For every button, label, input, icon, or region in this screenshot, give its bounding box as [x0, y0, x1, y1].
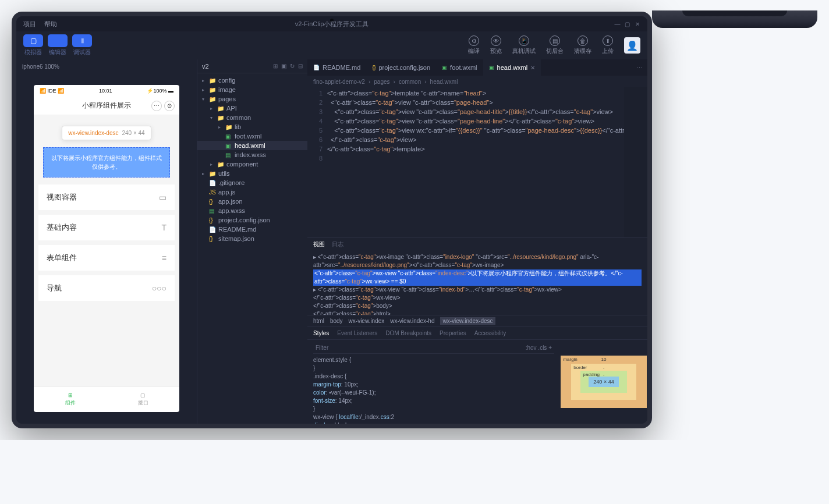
tree-item[interactable]: ▾📁common: [197, 113, 307, 122]
editor-tabs: 📄README.md{}project.config.json▣foot.wxm…: [307, 59, 647, 76]
breadcrumb-segment[interactable]: head.wxml: [430, 79, 458, 85]
devtools-subtab[interactable]: Event Listeners: [337, 330, 377, 336]
action-label: 真机调试: [512, 47, 536, 55]
toolbar-action[interactable]: ⚙编译: [468, 36, 480, 55]
element-crumb[interactable]: wx-view.index-desc: [440, 317, 495, 325]
style-rule-line[interactable]: }: [313, 405, 554, 413]
toolbar-action[interactable]: 👁预览: [490, 36, 502, 55]
devtools-tab[interactable]: 视图: [313, 240, 325, 249]
minimize-icon[interactable]: —: [614, 21, 621, 27]
editor-tab[interactable]: 📄README.md: [307, 59, 366, 76]
avatar[interactable]: 👤: [624, 37, 640, 54]
tree-item[interactable]: 📄.gitignore: [197, 178, 307, 187]
collapse-icon[interactable]: ⊟: [298, 63, 303, 69]
tree-item[interactable]: ▣head.wxml: [197, 141, 307, 150]
style-rule-line[interactable]: element.style {: [313, 356, 554, 364]
element-crumb[interactable]: html: [313, 318, 324, 324]
tree-item[interactable]: ▸📁API: [197, 104, 307, 113]
style-rule-line[interactable]: }: [313, 364, 554, 372]
new-file-icon[interactable]: ⊞: [273, 63, 278, 69]
editor-tab[interactable]: ▣foot.wxml: [436, 59, 483, 76]
element-crumb[interactable]: body: [330, 318, 343, 324]
list-item[interactable]: 导航○○○: [38, 275, 175, 301]
tree-item[interactable]: ▤app.wxss: [197, 206, 307, 215]
style-rule-line[interactable]: color: ▪var(--weui-FG-1);: [313, 389, 554, 397]
breadcrumb-segment[interactable]: common: [399, 79, 421, 85]
tree-item[interactable]: 📄README.md: [197, 225, 307, 234]
element-node[interactable]: ▸ <"c-attr">class="c-tag">wx-view "c-att…: [313, 286, 642, 294]
refresh-icon[interactable]: ↻: [290, 63, 295, 69]
close-icon[interactable]: ✕: [634, 21, 640, 27]
tree-item[interactable]: JSapp.js: [197, 187, 307, 197]
file-type-icon: 📁: [209, 96, 216, 102]
toolbar-mode-button[interactable]: 编辑器: [48, 34, 68, 56]
style-rule-line[interactable]: .index-desc {: [313, 372, 554, 381]
tree-item[interactable]: ▸📁component: [197, 159, 307, 169]
minimap[interactable]: [624, 87, 647, 237]
list-item-icon: ▭: [159, 193, 166, 202]
close-app-icon[interactable]: ⊙: [164, 101, 175, 111]
list-item[interactable]: 基础内容T: [38, 215, 175, 240]
element-node[interactable]: </"c-attr">class="c-tag">html>: [313, 310, 642, 315]
tree-item[interactable]: ▸📁utils: [197, 169, 307, 178]
filter-actions[interactable]: :hov .cls +: [526, 344, 552, 352]
tab-close-icon[interactable]: ✕: [530, 65, 535, 71]
code-editor[interactable]: 12345678 <"c-attr">class="c-tag">templat…: [307, 87, 647, 237]
tab-filename: foot.wxml: [450, 64, 477, 71]
toolbar-action[interactable]: ▤切后台: [546, 36, 564, 55]
editor-tab[interactable]: ▣head.wxml✕: [483, 59, 541, 76]
list-item[interactable]: 视图容器▭: [38, 184, 175, 210]
toolbar-mode-button[interactable]: ▢模拟器: [23, 34, 43, 56]
box-padding: padding - 240 × 44: [580, 371, 626, 393]
tree-item[interactable]: ▸📁image: [197, 85, 307, 94]
style-rule-line[interactable]: display: block;: [313, 421, 554, 424]
elements-panel[interactable]: ▸ <"c-attr">class="c-tag">wx-image "c-at…: [307, 251, 647, 315]
tabs-more-icon[interactable]: ⋯: [632, 64, 647, 72]
tabbar-item[interactable]: ⊞组件: [34, 387, 107, 412]
action-label: 上传: [602, 47, 614, 55]
element-crumb[interactable]: wx-view.index-hd: [390, 318, 434, 324]
tree-item[interactable]: {}project.config.json: [197, 215, 307, 225]
devtools-subtab[interactable]: Properties: [440, 330, 466, 336]
breadcrumb-segment[interactable]: fino-applet-demo-v2: [313, 79, 365, 85]
editor-tab[interactable]: {}project.config.json: [366, 59, 436, 76]
list-item[interactable]: 表单组件≡: [38, 245, 175, 271]
style-rule-line[interactable]: margin-top: 10px;: [313, 381, 554, 389]
element-node[interactable]: <"c-attr">class="c-tag">wx-view "c-attr"…: [313, 269, 642, 286]
style-rule-line[interactable]: font-size: 14px;: [313, 397, 554, 405]
tree-item[interactable]: ▾📁pages: [197, 94, 307, 104]
tree-item[interactable]: ▤index.wxss: [197, 150, 307, 159]
menu-item[interactable]: 项目: [23, 20, 36, 29]
toolbar-mode-button[interactable]: ⫴调试器: [72, 34, 92, 56]
toolbar-action[interactable]: ⬆上传: [602, 36, 614, 55]
tree-item[interactable]: ▸📁config: [197, 76, 307, 85]
tree-item[interactable]: {}app.json: [197, 197, 307, 206]
devtools-subtab[interactable]: Accessibility: [474, 330, 506, 336]
styles-rules[interactable]: Filter :hov .cls + element.style {}.inde…: [307, 340, 560, 424]
toolbar-action[interactable]: 📱真机调试: [512, 36, 536, 55]
tabbar-item[interactable]: ▢接口: [107, 387, 179, 412]
devtools-subtab[interactable]: Styles: [313, 330, 329, 336]
menu-item[interactable]: 帮助: [44, 20, 57, 29]
toolbar-action[interactable]: 🗑清缓存: [574, 36, 591, 55]
tree-item[interactable]: ▸📁lib: [197, 122, 307, 132]
file-type-icon: 📁: [217, 115, 224, 121]
action-icon: ▤: [550, 36, 560, 46]
style-rule-line[interactable]: wx-view { localfile:/_index.css:2: [313, 413, 554, 421]
tree-item[interactable]: ▣foot.wxml: [197, 132, 307, 141]
devtools-subtab[interactable]: DOM Breakpoints: [385, 330, 431, 336]
element-node[interactable]: </"c-attr">class="c-tag">wx-view>: [313, 294, 642, 302]
breadcrumb-segment[interactable]: pages: [374, 79, 389, 85]
maximize-icon[interactable]: ▢: [624, 21, 630, 27]
filter-placeholder[interactable]: Filter: [316, 344, 328, 352]
devtools-tab[interactable]: 日志: [332, 240, 343, 249]
highlighted-element[interactable]: 以下将展示小程序官方组件能力，组件样式仅供参考。: [43, 147, 170, 178]
element-node[interactable]: </"c-attr">class="c-tag">body>: [313, 302, 642, 310]
elements-breadcrumb: htmlbodywx-view.indexwx-view.index-hdwx-…: [307, 315, 647, 326]
tree-item[interactable]: {}sitemap.json: [197, 234, 307, 243]
menu-icon[interactable]: ⋯: [151, 101, 162, 111]
new-folder-icon[interactable]: ▣: [281, 63, 286, 69]
code-body[interactable]: <"c-attr">class="c-tag">template "c-attr…: [327, 87, 624, 237]
element-crumb[interactable]: wx-view.index: [349, 318, 385, 324]
element-node[interactable]: ▸ <"c-attr">class="c-tag">wx-image "c-at…: [313, 253, 642, 269]
